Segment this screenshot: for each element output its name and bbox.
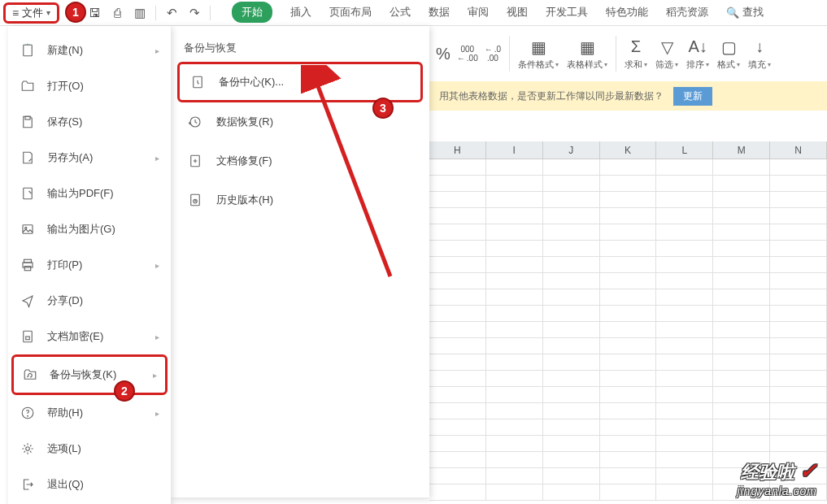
cell[interactable] <box>770 289 827 305</box>
cell[interactable] <box>600 403 657 419</box>
fill-button[interactable]: ↓ 填充▾ <box>748 37 771 71</box>
sort-button[interactable]: A↓ 排序▾ <box>686 37 709 71</box>
tab-review[interactable]: 审阅 <box>468 0 489 24</box>
cell[interactable] <box>543 436 600 451</box>
grid-row[interactable] <box>429 208 827 224</box>
submenu-doc-repair[interactable]: 文档修复(F) <box>171 141 429 180</box>
table-style[interactable]: ▦ 表格样式▾ <box>567 37 607 71</box>
cell[interactable] <box>656 273 713 289</box>
filter-button[interactable]: ▽ 筛选▾ <box>655 37 678 71</box>
cell[interactable] <box>713 403 770 419</box>
cell[interactable] <box>656 192 713 207</box>
cell[interactable] <box>713 387 770 402</box>
menu-save[interactable]: 保存(S) <box>8 104 171 140</box>
cell[interactable] <box>543 208 600 224</box>
cell[interactable] <box>770 436 827 451</box>
grid-row[interactable] <box>429 192 827 208</box>
tab-page-layout[interactable]: 页面布局 <box>329 0 372 24</box>
cell[interactable] <box>429 306 486 321</box>
cell[interactable] <box>656 159 713 175</box>
cell[interactable] <box>600 176 657 191</box>
menu-options[interactable]: 选项(L) <box>8 431 171 467</box>
cell[interactable] <box>770 354 827 370</box>
menu-export-pdf[interactable]: 输出为PDF(F) <box>8 176 171 211</box>
cell[interactable] <box>713 273 770 289</box>
grid-rows[interactable] <box>429 159 827 504</box>
cell[interactable] <box>656 257 713 272</box>
cell[interactable] <box>770 224 827 240</box>
cell[interactable] <box>770 322 827 337</box>
menu-backup-restore[interactable]: 备份与恢复(K) ▸ <box>11 354 168 395</box>
grid-row[interactable] <box>429 159 827 176</box>
cell[interactable] <box>600 224 657 240</box>
cell[interactable] <box>713 224 770 240</box>
cell[interactable] <box>600 452 657 467</box>
cell[interactable] <box>429 484 486 500</box>
menu-exit[interactable]: 退出(Q) <box>8 467 171 502</box>
cell[interactable] <box>486 371 543 386</box>
cell[interactable] <box>486 208 543 224</box>
col-header[interactable]: L <box>656 141 713 159</box>
cell[interactable] <box>429 354 486 370</box>
cell[interactable] <box>713 208 770 224</box>
tab-resources[interactable]: 稻壳资源 <box>666 0 708 24</box>
cell[interactable] <box>656 354 713 370</box>
cell[interactable] <box>486 322 543 337</box>
cell[interactable] <box>656 338 713 354</box>
cell[interactable] <box>656 208 713 224</box>
cell[interactable] <box>486 257 543 272</box>
cell[interactable] <box>543 419 600 435</box>
tab-view[interactable]: 视图 <box>507 0 528 24</box>
cell[interactable] <box>656 484 713 500</box>
cell[interactable] <box>429 452 486 467</box>
cell[interactable] <box>656 306 713 321</box>
cell[interactable] <box>486 241 543 256</box>
cell[interactable] <box>429 387 486 402</box>
cell[interactable] <box>713 322 770 337</box>
cell[interactable] <box>486 176 543 191</box>
cell[interactable] <box>600 241 657 256</box>
cell[interactable] <box>713 192 770 207</box>
cell[interactable] <box>543 371 600 386</box>
cell[interactable] <box>429 257 486 272</box>
cell[interactable] <box>429 289 486 305</box>
cell[interactable] <box>543 176 600 191</box>
cell[interactable] <box>543 306 600 321</box>
cell[interactable] <box>713 241 770 256</box>
grid-row[interactable] <box>429 387 827 403</box>
cell[interactable] <box>486 387 543 402</box>
increase-decimal[interactable]: 000 ←.00 <box>457 45 478 63</box>
cell[interactable] <box>600 468 657 484</box>
cell[interactable] <box>543 241 600 256</box>
grid-row[interactable] <box>429 176 827 192</box>
tab-start[interactable]: 开始 <box>232 2 272 23</box>
cell[interactable] <box>770 192 827 207</box>
cell[interactable] <box>656 436 713 451</box>
grid-row[interactable] <box>429 273 827 289</box>
cell[interactable] <box>600 436 657 451</box>
grid-row[interactable] <box>429 224 827 241</box>
cell[interactable] <box>713 354 770 370</box>
cell[interactable] <box>429 371 486 386</box>
grid-row[interactable] <box>429 403 827 419</box>
cell[interactable] <box>543 257 600 272</box>
cell[interactable] <box>486 273 543 289</box>
grid-row[interactable] <box>429 371 827 387</box>
tab-insert[interactable]: 插入 <box>290 0 311 24</box>
col-header[interactable]: K <box>600 141 657 159</box>
menu-encrypt[interactable]: 文档加密(E) ▸ <box>8 319 171 354</box>
cell[interactable] <box>770 387 827 402</box>
cell[interactable] <box>429 436 486 451</box>
cell[interactable] <box>429 419 486 435</box>
cell[interactable] <box>656 322 713 337</box>
cell[interactable] <box>600 354 657 370</box>
grid-row[interactable] <box>429 306 827 322</box>
cell[interactable] <box>770 176 827 191</box>
cell[interactable] <box>486 403 543 419</box>
decrease-decimal[interactable]: ←.0 .00 <box>485 45 501 63</box>
cell[interactable] <box>600 306 657 321</box>
tab-data[interactable]: 数据 <box>429 0 450 24</box>
grid-row[interactable] <box>429 338 827 354</box>
cell[interactable] <box>600 208 657 224</box>
cell[interactable] <box>713 159 770 175</box>
